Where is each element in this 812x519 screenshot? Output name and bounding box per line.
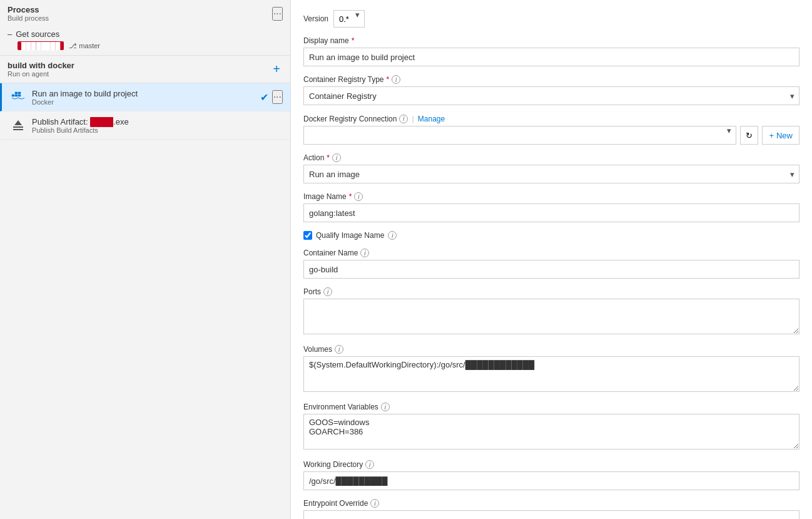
qualify-image-name-checkbox[interactable] (303, 231, 312, 240)
volumes-info-icon[interactable]: i (335, 345, 343, 354)
env-vars-label: Environment Variables i (303, 403, 799, 411)
working-dir-label: Working Directory i (303, 460, 799, 469)
task-publish-name: Publish Artifact: ████.exe (32, 117, 283, 126)
docker-registry-label-row: Docker Registry Connection i | Manage (303, 114, 799, 123)
action-info-icon[interactable]: i (332, 153, 341, 162)
task-docker-more[interactable]: ··· (272, 90, 283, 104)
env-vars-textarea[interactable]: GOOS=windows GOARCH=386 (303, 414, 799, 450)
get-sources-meta: ████████ ⎇ master (8, 41, 283, 50)
ports-group: Ports i (303, 287, 799, 336)
ports-textarea[interactable] (303, 299, 799, 334)
qualify-image-name-label[interactable]: Qualify Image Name (316, 231, 384, 240)
volumes-group: Volumes i $(System.DefaultWorkingDirecto… (303, 345, 799, 394)
task-docker-check: ✔ (260, 91, 268, 103)
working-dir-info-icon[interactable]: i (365, 460, 374, 469)
docker-registry-group: Docker Registry Connection i | Manage ▾ … (303, 114, 799, 145)
phase-subtitle: Run on agent (8, 70, 74, 78)
container-registry-type-group: Container Registry Type * i Container Re… (303, 75, 799, 105)
qualify-image-name-group: Qualify Image Name i (303, 231, 799, 240)
version-row: Version 0.* 1.* 2.* ▾ (303, 10, 799, 28)
phase-title: build with docker (8, 61, 74, 70)
task-item-docker[interactable]: Run an image to build project Docker ✔ ·… (0, 83, 290, 111)
get-sources-title[interactable]: – Get sources (8, 29, 283, 39)
add-task-button[interactable]: + (270, 62, 283, 76)
docker-registry-manage-link[interactable]: Manage (418, 115, 445, 123)
registry-refresh-button[interactable]: ↻ (740, 126, 758, 145)
task-publish-type: Publish Build Artifacts (32, 126, 283, 134)
image-name-info-icon[interactable]: i (354, 192, 363, 201)
entrypoint-input[interactable] (303, 510, 799, 519)
process-header: Process Build process ··· (0, 0, 290, 24)
plus-icon: + (769, 131, 774, 140)
docker-registry-label: Docker Registry Connection i (303, 115, 408, 123)
phase-header: build with docker Run on agent + (0, 56, 290, 83)
image-name-group: Image Name * i (303, 192, 799, 222)
svg-rect-5 (13, 126, 23, 128)
qualify-image-info-icon[interactable]: i (388, 231, 397, 240)
task-item-publish[interactable]: Publish Artifact: ████.exe Publish Build… (0, 111, 290, 140)
right-panel: Version 0.* 1.* 2.* ▾ Display name * Con… (291, 0, 812, 519)
entrypoint-label: Entrypoint Override i (303, 499, 799, 508)
svg-rect-3 (15, 92, 18, 94)
version-select[interactable]: 0.* 1.* 2.* (333, 10, 365, 28)
action-select-wrapper: Run an image Build an image Push an imag… (303, 165, 799, 183)
publish-icon (9, 116, 27, 134)
container-name-label: Container Name i (303, 249, 799, 257)
volumes-label: Volumes i (303, 345, 799, 354)
get-sources-section: – Get sources ████████ ⎇ master (0, 24, 290, 56)
branch-icon: ⎇ (69, 42, 77, 50)
image-name-label: Image Name * i (303, 192, 799, 201)
process-title: Process (8, 5, 49, 14)
task-docker-type: Docker (32, 98, 255, 106)
action-select[interactable]: Run an image Build an image Push an imag… (303, 165, 799, 183)
minus-icon: – (8, 29, 12, 39)
working-dir-input[interactable] (303, 471, 799, 490)
process-more-button[interactable]: ··· (272, 7, 283, 21)
publish-redacted: ████ (90, 117, 113, 126)
registry-select-wrapper: ▾ (303, 126, 736, 145)
task-docker-name: Run an image to build project (32, 89, 255, 98)
version-label: Version (303, 14, 328, 23)
docker-registry-separator: | (412, 114, 414, 123)
docker-icon (9, 88, 27, 106)
working-dir-group: Working Directory i (303, 460, 799, 490)
task-docker-info: Run an image to build project Docker (32, 89, 255, 106)
display-name-input[interactable] (303, 48, 799, 66)
ports-label: Ports i (303, 287, 799, 296)
container-registry-type-label: Container Registry Type * i (303, 75, 799, 84)
svg-rect-1 (15, 95, 18, 96)
docker-registry-info-icon[interactable]: i (399, 115, 408, 123)
branch-redacted: ████████ (18, 41, 64, 50)
env-vars-group: Environment Variables i GOOS=windows GOA… (303, 403, 799, 451)
registry-input-row: ▾ ↻ + New (303, 126, 799, 145)
task-publish-info: Publish Artifact: ████.exe Publish Build… (32, 117, 283, 134)
left-panel: Process Build process ··· – Get sources … (0, 0, 291, 519)
env-vars-info-icon[interactable]: i (381, 403, 390, 411)
display-name-required: * (352, 36, 355, 45)
registry-type-select-wrapper: Container Registry Azure Container Regis… (303, 86, 799, 105)
process-subtitle: Build process (8, 14, 49, 22)
volumes-textarea[interactable]: $(System.DefaultWorkingDirectory):/go/sr… (303, 356, 799, 392)
registry-new-button[interactable]: + New (762, 126, 799, 145)
action-label: Action * i (303, 153, 799, 162)
registry-type-info-icon[interactable]: i (392, 75, 400, 84)
svg-rect-6 (13, 129, 23, 130)
container-name-info-icon[interactable]: i (360, 249, 369, 257)
entrypoint-group: Entrypoint Override i (303, 499, 799, 519)
registry-type-select[interactable]: Container Registry Azure Container Regis… (303, 86, 799, 105)
svg-rect-0 (12, 95, 14, 96)
entrypoint-info-icon[interactable]: i (370, 499, 379, 508)
container-name-group: Container Name i (303, 249, 799, 279)
display-name-label: Display name * (303, 36, 799, 45)
ports-info-icon[interactable]: i (323, 287, 332, 296)
task-docker-actions: ✔ ··· (260, 90, 283, 104)
image-name-input[interactable] (303, 203, 799, 222)
svg-marker-7 (14, 120, 22, 125)
version-select-wrapper: 0.* 1.* 2.* ▾ (333, 10, 365, 28)
svg-rect-4 (18, 92, 21, 94)
svg-rect-2 (18, 95, 21, 96)
registry-connection-select[interactable] (303, 126, 736, 145)
master-branch: ⎇ master (69, 42, 100, 50)
image-name-required: * (349, 192, 352, 201)
container-name-input[interactable] (303, 260, 799, 279)
